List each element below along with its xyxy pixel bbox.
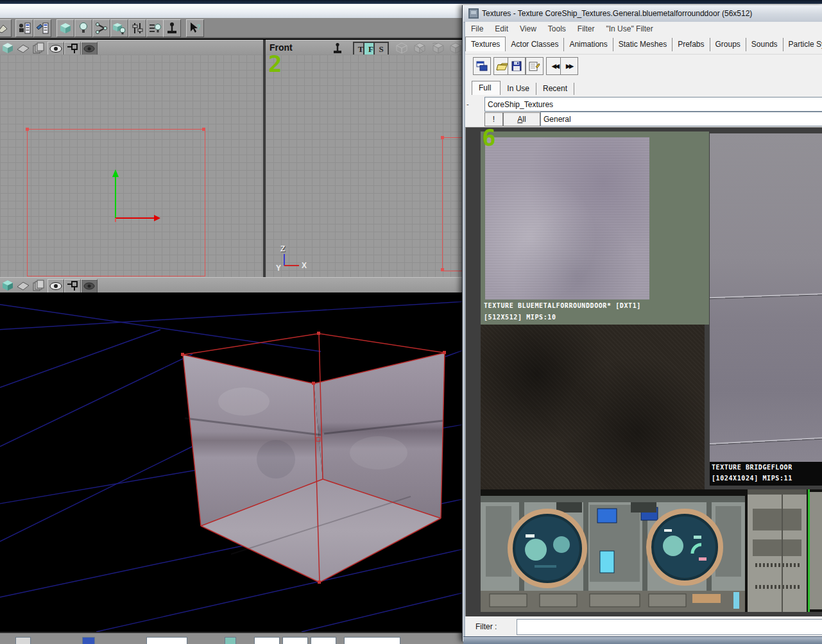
group-combo[interactable]: General [540,112,822,126]
menu-filter[interactable]: Filter [572,24,601,33]
browser-bottom-frame [463,636,822,644]
tab-particle-systems[interactable]: Particle Systems [783,38,822,51]
menu-in-use-filter[interactable]: "In Use" Filter [601,24,659,33]
console-field[interactable] [344,637,400,644]
console-field[interactable] [311,637,336,644]
tab-full[interactable]: Full [472,81,501,95]
bang-label: ! [493,115,495,124]
group-combo-value: General [544,115,571,124]
properties-button[interactable] [526,57,544,75]
tab-prefabs[interactable]: Prefabs [672,38,710,51]
texture-browser-window: Textures - Texture CoreShip_Textures.Gen… [462,5,822,641]
tab-recent[interactable]: Recent [536,83,574,95]
tab-textures[interactable]: Textures [465,37,506,51]
surface-properties-button[interactable] [33,19,51,37]
help-cursor-icon: ? [189,22,201,35]
prev-icon: ◀◀ [552,63,558,69]
filter-input[interactable] [517,619,822,635]
next-group-button[interactable]: ▶▶ [560,57,578,75]
layers-mode-icon[interactable] [31,42,46,55]
tab-actor-classes[interactable]: Actor Classes [506,38,564,51]
package-combo[interactable]: CoreShip_Textures [484,97,822,112]
texture-name-label: TEXTURE BRIDGEFLOOR [712,464,822,471]
build-paths-button[interactable] [92,19,110,37]
console-icon[interactable] [82,637,95,644]
console-field[interactable] [146,637,187,644]
tab-static-meshes[interactable]: Static Meshes [613,38,672,51]
eye-icon [49,282,62,290]
tab-in-use[interactable]: In Use [501,83,536,95]
texture-view-button[interactable] [81,279,98,293]
console-field[interactable] [282,637,308,644]
lightbulb-icon [78,22,89,35]
save-package-button[interactable] [508,57,526,75]
front-ortho-viewport[interactable]: Z Y X [266,55,463,277]
svg-text:?: ? [196,23,201,31]
layers-mode-icon[interactable] [31,279,46,292]
browser-title: Textures - Texture CoreShip_Textures.Gen… [482,9,752,18]
next-icon: ▶▶ [566,63,572,69]
select-mode-button[interactable] [64,42,81,56]
select-mode-button[interactable] [64,279,81,293]
menu-view[interactable]: View [514,24,542,33]
realtime-preview-button[interactable] [47,279,64,293]
console-button[interactable] [15,637,31,644]
topleft-ortho-viewport[interactable] [0,55,263,277]
texture-list-canvas[interactable]: TEXTURE BLUEMETALFORROUNDDOOR* [DXT1] [5… [465,127,822,618]
perspective-mode-icon[interactable] [0,279,15,292]
texture-thumb-controlpanel[interactable] [481,489,822,612]
texture-view-button[interactable] [81,42,98,56]
package-combo-value: CoreShip_Textures [488,100,553,109]
texture-tile-selected[interactable]: TEXTURE BLUEMETALFORROUNDDOOR* [DXT1] [5… [481,131,709,325]
menu-tools[interactable]: Tools [542,24,572,33]
actor-properties-button[interactable] [15,19,33,37]
texture-thumb-bluemetalforrounddoor[interactable] [485,137,649,300]
filter-row: Filter : [465,616,822,636]
brush-handle [202,128,205,131]
console-field[interactable] [254,637,280,644]
cut-toolbar-button[interactable] [0,19,12,37]
menu-file[interactable]: File [465,24,489,33]
console-bar [0,632,463,644]
svg-text:X: X [302,261,307,270]
square-pin-icon [67,281,78,291]
dark-eye-icon [83,45,96,53]
play-map-button[interactable] [163,19,181,37]
help-button[interactable]: ? [186,19,204,37]
build-options-button[interactable] [128,19,146,37]
all-label-first: A [517,115,522,124]
som-mark-6: 6 [482,126,496,149]
brush-handle [26,128,29,131]
light-list-button[interactable] [146,19,164,37]
build-lighting-button[interactable] [74,19,92,37]
flat-mode-icon[interactable] [15,279,31,292]
texture-thumb-bridgefloor[interactable] [710,133,822,462]
joystick-icon [166,22,178,35]
filter-label: Filter : [475,622,497,631]
front-viewport-header: Front T F S [266,40,463,56]
front-axis-indicator: Z Y X [271,244,309,273]
tab-groups[interactable]: Groups [710,38,746,51]
3d-perspective-viewport[interactable] [0,292,463,632]
realtime-preview-button[interactable] [47,42,64,56]
menu-edit[interactable]: Edit [489,24,514,33]
all-groups-button[interactable]: All [503,112,540,126]
dark-eye-icon [83,282,96,290]
tab-sounds[interactable]: Sounds [746,38,783,51]
dock-icon [476,61,488,71]
open-folder-icon [496,61,509,71]
dock-button[interactable] [473,57,491,75]
build-all-button[interactable] [110,19,128,37]
perspective-mode-icon[interactable] [0,42,15,55]
tab-animations[interactable]: Animations [564,38,613,51]
browser-titlebar[interactable]: Textures - Texture CoreShip_Textures.Gen… [463,5,822,22]
sliders-icon [131,22,144,35]
flat-mode-icon[interactable] [15,42,31,55]
console-icon[interactable] [225,637,236,644]
browser-tabs: Textures Actor Classes Animations Static… [465,36,822,51]
texture-thumb-dark[interactable] [481,325,705,490]
build-geometry-button[interactable] [56,19,74,37]
splitter-dash[interactable]: - [467,100,469,108]
joystick-icon[interactable] [330,42,345,55]
mode-f-label: F [368,44,373,55]
